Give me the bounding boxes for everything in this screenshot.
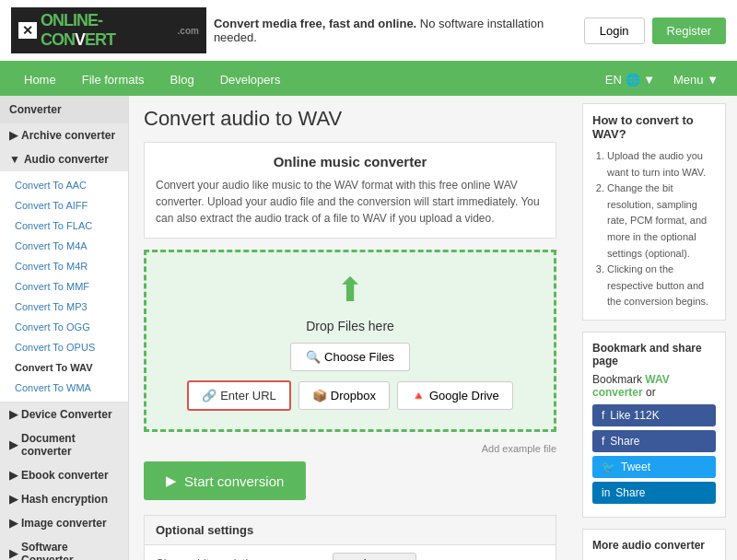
converter-label: Converter xyxy=(9,103,62,116)
nav-home[interactable]: Home xyxy=(11,64,69,96)
howto-step-1: Upload the audio you want to turn into W… xyxy=(607,148,716,181)
gdrive-icon: 🔺 xyxy=(411,389,426,402)
sidebar-ebook-heading[interactable]: ▶ Ebook converter xyxy=(0,463,128,487)
gdrive-button[interactable]: 🔺 Google Drive xyxy=(397,381,513,410)
nav-right: EN 🌐 ▼ Menu ▼ xyxy=(598,64,726,96)
logo-icon: ✕ xyxy=(18,22,37,39)
drop-zone[interactable]: ⬆ Drop Files here 🔍 Choose Files 🔗 Enter… xyxy=(144,250,556,432)
nav-menu[interactable]: Menu ▼ xyxy=(666,64,726,96)
logo-com: .com xyxy=(178,26,199,36)
sidebar-item-aac[interactable]: Convert To AAC xyxy=(0,175,128,195)
search-icon: 🔍 xyxy=(306,350,321,364)
intro-box: Online music converter Convert your audi… xyxy=(144,142,556,239)
nav-developers[interactable]: Developers xyxy=(207,64,294,96)
sidebar-item-m4a[interactable]: Convert To M4A xyxy=(0,236,128,256)
facebook-like-button[interactable]: f Like 112K xyxy=(592,404,716,426)
intro-title: Online music converter xyxy=(156,154,544,169)
header-actions: Login Register xyxy=(584,18,726,44)
sidebar-item-ogg[interactable]: Convert To OGG xyxy=(0,317,128,337)
howto-step-2: Change the bit resolution, sampling rate… xyxy=(607,181,716,262)
howto-box: How to convert to WAV? Upload the audio … xyxy=(582,103,726,321)
main-content: Convert audio to WAV Online music conver… xyxy=(129,96,571,560)
fb-share-icon: f xyxy=(602,435,604,448)
bookmark-text: Bookmark WAV converter or xyxy=(592,373,716,399)
right-panel: How to convert to WAV? Upload the audio … xyxy=(571,96,737,560)
register-button[interactable]: Register xyxy=(652,18,726,44)
sidebar-hash-heading[interactable]: ▶ Hash encryption xyxy=(0,487,128,511)
enter-url-button[interactable]: 🔗 Enter URL xyxy=(187,380,291,411)
settings-row-bitres: Change bit resolution: no change xyxy=(145,545,556,560)
fb-icon: f xyxy=(602,409,604,422)
logo: ✕ ONLINE-CONVERT .com Convert media free… xyxy=(11,7,584,53)
software-label: Software Converter xyxy=(21,541,119,560)
fb-share-label: Share xyxy=(610,435,639,448)
intro-text: Convert your audio like music to the WAV… xyxy=(156,177,544,227)
sidebar-image-heading[interactable]: ▶ Image converter xyxy=(0,511,128,535)
image-label: Image converter xyxy=(21,517,107,530)
nav-file-formats[interactable]: File formats xyxy=(69,64,158,96)
archive-label: Archive converter xyxy=(21,129,115,142)
sidebar-section-audio: ▼ Audio converter Convert To AAC Convert… xyxy=(0,147,128,402)
start-conversion-button[interactable]: ▶ Start conversion xyxy=(144,461,306,500)
hash-label: Hash encryption xyxy=(21,493,108,506)
nav-left: Home File formats Blog Developers xyxy=(11,64,293,96)
sidebar: Converter ▶ Archive converter ▼ Audio co… xyxy=(0,96,129,560)
twitter-tweet-button[interactable]: 🐦 Tweet xyxy=(592,456,716,478)
linkedin-share-button[interactable]: in Share xyxy=(592,482,716,504)
arrow-icon-device: ▶ xyxy=(9,408,18,421)
dropbox-button[interactable]: 📦 Dropbox xyxy=(298,381,390,410)
more-title: More audio converter xyxy=(592,539,716,552)
add-example[interactable]: Add example file xyxy=(144,443,556,454)
choose-files-button[interactable]: 🔍 Choose Files xyxy=(290,343,410,371)
sidebar-item-m4r[interactable]: Convert To M4R xyxy=(0,256,128,276)
sidebar-item-flac[interactable]: Convert To FLAC xyxy=(0,216,128,236)
arrow-icon-software: ▶ xyxy=(9,547,18,560)
bit-res-select[interactable]: no change xyxy=(333,553,416,560)
logo-text: ONLINE-CONVERT xyxy=(41,11,174,50)
sidebar-heading-converter[interactable]: Converter xyxy=(0,96,128,123)
twitter-icon: 🐦 xyxy=(602,461,615,473)
more-box: More audio converter Music converter to … xyxy=(582,529,726,560)
link-icon: 🔗 xyxy=(202,389,216,402)
logo-brand: ✕ ONLINE-CONVERT .com xyxy=(11,7,206,53)
howto-list: Upload the audio you want to turn into W… xyxy=(592,148,716,310)
page-title: Convert audio to WAV xyxy=(144,107,556,131)
layout: Converter ▶ Archive converter ▼ Audio co… xyxy=(0,96,737,560)
sidebar-item-mmf[interactable]: Convert To MMF xyxy=(0,276,128,297)
settings-section: Optional settings Change bit resolution:… xyxy=(144,515,556,560)
drop-buttons-row2: 🔗 Enter URL 📦 Dropbox 🔺 Google Drive xyxy=(187,380,513,411)
login-button[interactable]: Login xyxy=(584,18,645,44)
main-nav: Home File formats Blog Developers EN 🌐 ▼… xyxy=(0,64,737,96)
arrow-icon-image: ▶ xyxy=(9,517,18,530)
sidebar-document-heading[interactable]: ▶ Document converter xyxy=(0,426,128,463)
tagline-strong: Convert media free, fast and online. xyxy=(214,17,416,30)
tweet-label: Tweet xyxy=(621,461,650,473)
ebook-label: Ebook converter xyxy=(21,469,109,482)
sidebar-item-wma[interactable]: Convert To WMA xyxy=(0,378,128,398)
howto-step-3: Clicking on the respective button and th… xyxy=(607,262,716,310)
fb-like-label: Like 112K xyxy=(610,409,659,422)
linkedin-label: Share xyxy=(615,486,645,499)
nav-lang[interactable]: EN 🌐 ▼ xyxy=(598,64,662,96)
sidebar-audio-heading[interactable]: ▼ Audio converter xyxy=(0,147,128,171)
bookmark-box: Bookmark and share page Bookmark WAV con… xyxy=(582,332,726,518)
document-label: Document converter xyxy=(21,432,119,458)
arrow-icon-doc: ▶ xyxy=(9,438,18,451)
sidebar-item-aiff[interactable]: Convert To AIFF xyxy=(0,195,128,216)
dropbox-icon: 📦 xyxy=(312,389,327,402)
audio-label: Audio converter xyxy=(24,153,109,166)
header-tagline: Convert media free, fast and online. No … xyxy=(214,17,584,44)
howto-title: How to convert to WAV? xyxy=(592,113,716,141)
settings-header: Optional settings xyxy=(145,516,556,545)
sidebar-archive-heading[interactable]: ▶ Archive converter xyxy=(0,123,128,147)
upload-icon: ⬆ xyxy=(336,271,364,309)
sidebar-item-opus[interactable]: Convert To OPUS xyxy=(0,337,128,357)
sidebar-software-heading[interactable]: ▶ Software Converter xyxy=(0,535,128,560)
sidebar-item-mp3[interactable]: Convert To MP3 xyxy=(0,297,128,317)
bookmark-suffix: or xyxy=(646,386,656,399)
nav-blog[interactable]: Blog xyxy=(158,64,207,96)
sidebar-item-wav[interactable]: Convert To WAV xyxy=(0,357,128,378)
sidebar-device-heading[interactable]: ▶ Device Converter xyxy=(0,402,128,426)
arrow-icon: ▶ xyxy=(9,129,18,142)
facebook-share-button[interactable]: f Share xyxy=(592,430,716,452)
